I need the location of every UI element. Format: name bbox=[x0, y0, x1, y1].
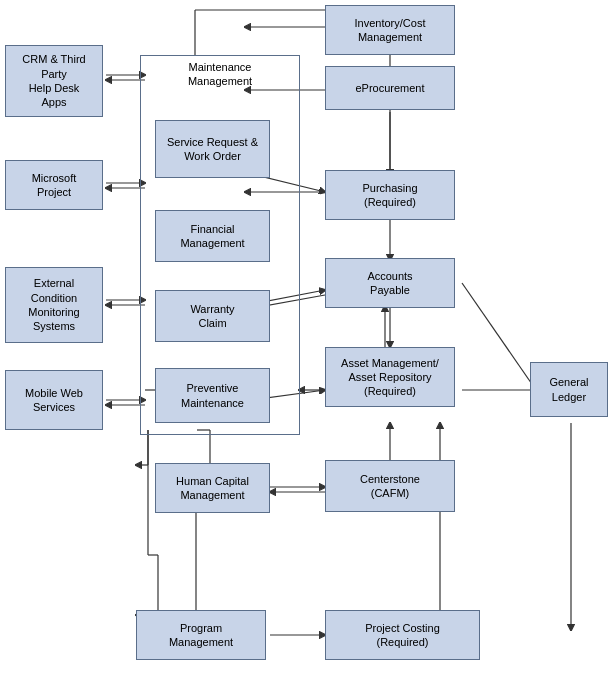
external-condition-box: External Condition Monitoring Systems bbox=[5, 267, 103, 343]
diagram: CRM & Third Party Help Desk Apps Microso… bbox=[0, 0, 613, 687]
preventive-maint-box: Preventive Maintenance bbox=[155, 368, 270, 423]
svg-line-10 bbox=[462, 283, 536, 390]
purchasing-box: Purchasing (Required) bbox=[325, 170, 455, 220]
warranty-claim-box: Warranty Claim bbox=[155, 290, 270, 342]
general-ledger-box: General Ledger bbox=[530, 362, 608, 417]
program-management-box: Program Management bbox=[136, 610, 266, 660]
crm-box: CRM & Third Party Help Desk Apps bbox=[5, 45, 103, 117]
service-request-box: Service Request & Work Order bbox=[155, 120, 270, 178]
asset-management-box: Asset Management/ Asset Repository (Requ… bbox=[325, 347, 455, 407]
inventory-cost-box: Inventory/Cost Management bbox=[325, 5, 455, 55]
centerstone-box: Centerstone (CAFM) bbox=[325, 460, 455, 512]
human-capital-box: Human Capital Management bbox=[155, 463, 270, 513]
mobile-web-box: Mobile Web Services bbox=[5, 370, 103, 430]
accounts-payable-box: Accounts Payable bbox=[325, 258, 455, 308]
eprocurement-box: eProcurement bbox=[325, 66, 455, 110]
project-costing-box: Project Costing (Required) bbox=[325, 610, 480, 660]
microsoft-project-box: Microsoft Project bbox=[5, 160, 103, 210]
financial-mgmt-box: Financial Management bbox=[155, 210, 270, 262]
